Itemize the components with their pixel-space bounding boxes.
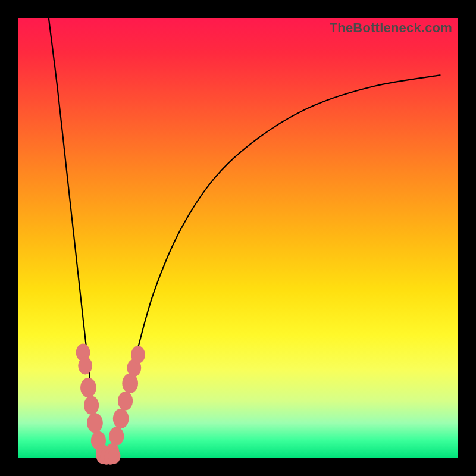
bead-bottom-3 — [108, 448, 121, 464]
chart-svg — [18, 18, 458, 458]
bead-left-1 — [78, 357, 92, 375]
bead-left-4 — [87, 413, 103, 433]
plot-area: TheBottleneck.com — [18, 18, 458, 458]
left-branch-curve — [49, 18, 104, 458]
curve-group — [49, 18, 441, 458]
bead-left-3 — [84, 396, 99, 414]
bead-right-1 — [109, 427, 124, 445]
bead-right-2 — [113, 409, 129, 428]
beads-group — [76, 344, 145, 465]
right-branch-curve — [110, 75, 440, 458]
bead-left-2 — [80, 378, 96, 397]
bead-right-3 — [118, 392, 133, 410]
bead-right-6 — [131, 346, 145, 364]
chart-frame: TheBottleneck.com — [0, 0, 476, 476]
